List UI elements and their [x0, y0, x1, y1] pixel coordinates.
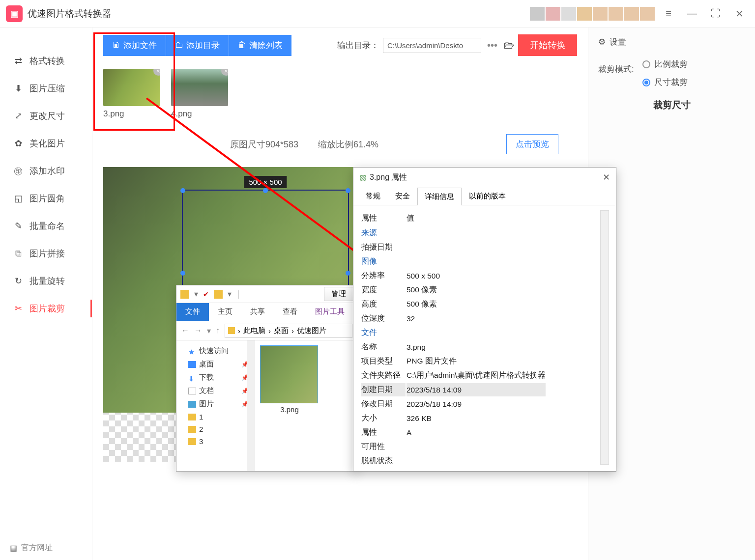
thumbnail-name: 3.png [103, 109, 162, 119]
table-row[interactable]: 属性A [361, 426, 546, 439]
more-button[interactable]: ••• [485, 40, 499, 51]
tab-picture-tools[interactable]: 图片工具 [306, 303, 353, 321]
sidebar-item-beautify[interactable]: ✿美化图片 [0, 130, 92, 157]
sidebar-item-merge[interactable]: ⧉图片拼接 [0, 240, 92, 267]
desktop-icon [188, 361, 196, 368]
table-row[interactable]: 拍摄日期 [361, 241, 546, 254]
folder-icon [188, 426, 196, 433]
dropdown-icon[interactable]: ▾ [228, 289, 232, 299]
table-row[interactable]: 项目类型PNG 图片文件 [361, 355, 546, 368]
table-row[interactable]: 文件夹路径C:\用户\admin\桌面\优速图片格式转换器 [361, 369, 546, 382]
maximize-button[interactable]: ⛶ [706, 4, 726, 24]
official-site-link[interactable]: ▦官方网址 [10, 543, 53, 553]
explorer-file-list[interactable]: 3.png [255, 340, 357, 471]
sidebar-item-rename[interactable]: ✎批量命名 [0, 212, 92, 240]
sidebar: ⇄格式转换 ⬇图片压缩 ⤢更改尺寸 ✿美化图片 ㊞添加水印 ◱图片圆角 ✎批量命… [0, 28, 92, 560]
sidebar-label: 美化图片 [29, 138, 65, 149]
tab-previous-versions[interactable]: 以前的版本 [462, 187, 513, 205]
tree-desktop[interactable]: 桌面📌 [179, 358, 252, 371]
star-icon: ★ [188, 348, 196, 355]
sidebar-item-compress[interactable]: ⬇图片压缩 [0, 75, 92, 102]
add-folder-button[interactable]: 🗀添加目录 [166, 35, 229, 56]
menu-icon[interactable]: ≡ [659, 4, 678, 24]
clear-list-button[interactable]: 🗑清除列表 [229, 35, 291, 56]
tab-details[interactable]: 详细信息 [417, 188, 462, 205]
table-row[interactable]: 大小326 KB [361, 412, 546, 425]
radio-icon [642, 60, 650, 68]
start-convert-button[interactable]: 开始转换 [518, 34, 577, 56]
close-button[interactable]: ✕ [729, 4, 749, 24]
sidebar-item-resize[interactable]: ⤢更改尺寸 [0, 102, 92, 130]
explorer-nav: ← → ▾ ↑ ›此电脑 ›桌面 ›优速图片 [176, 321, 357, 340]
dropdown-icon[interactable]: ▾ [194, 289, 198, 299]
tree-pictures[interactable]: 图片📌 [179, 397, 252, 411]
properties-titlebar[interactable]: ▧ 3.png 属性 ✕ [353, 168, 616, 187]
close-icon[interactable]: ✕ [603, 172, 610, 183]
tab-file[interactable]: 文件 [176, 303, 209, 321]
sidebar-label: 图片拼接 [29, 248, 65, 259]
thumbnail-item[interactable]: × 3.png [103, 69, 162, 119]
table-row[interactable]: 脱机状态 [361, 454, 546, 468]
scrollbar[interactable] [600, 210, 609, 465]
thumbnail-item[interactable]: × 4.png [171, 69, 230, 119]
tree-downloads[interactable]: ⬇下载📌 [179, 371, 252, 384]
table-row[interactable]: 名称3.png [361, 340, 546, 354]
table-row[interactable]: 可用性 [361, 440, 546, 453]
tree-documents[interactable]: 文档📌 [179, 384, 252, 397]
preview-button[interactable]: 点击预览 [506, 134, 558, 154]
blurred-area [530, 7, 655, 21]
tab-security[interactable]: 安全 [388, 187, 417, 205]
sidebar-item-crop[interactable]: ✂图片裁剪 [0, 295, 92, 322]
nav-forward-icon[interactable]: → [194, 326, 202, 335]
crop-handle[interactable] [263, 188, 268, 193]
tree-folder[interactable]: 1 [179, 411, 252, 423]
crop-handle[interactable] [180, 271, 185, 276]
table-row[interactable]: 高度500 像素 [361, 298, 546, 311]
thumbnail-image: × [171, 69, 228, 106]
sidebar-item-rotate[interactable]: ↻批量旋转 [0, 267, 92, 295]
sidebar-label: 图片圆角 [29, 193, 65, 204]
tree-quick-access[interactable]: ★快速访问 [179, 344, 252, 358]
app-title: 优速图片格式转换器 [28, 7, 112, 20]
tree-folder[interactable]: 2 [179, 423, 252, 435]
table-row[interactable]: 创建日期2023/5/18 14:09 [361, 383, 546, 396]
add-file-button[interactable]: 🗎添加文件 [103, 35, 166, 56]
open-folder-icon[interactable]: 🗁 [503, 39, 514, 52]
tab-view[interactable]: 查看 [274, 303, 306, 321]
tab-home[interactable]: 主页 [209, 303, 241, 321]
manage-tab[interactable]: 管理 [324, 287, 353, 301]
radio-ratio-crop[interactable]: 比例裁剪 [642, 58, 688, 70]
tab-general[interactable]: 常规 [358, 187, 388, 205]
sidebar-item-watermark[interactable]: ㊞添加水印 [0, 157, 92, 185]
crop-handle[interactable] [180, 188, 185, 193]
pictures-icon [188, 401, 196, 408]
breadcrumb[interactable]: ›此电脑 ›桌面 ›优速图片 [225, 324, 352, 338]
table-row[interactable]: 位深度32 [361, 312, 546, 325]
beautify-icon: ✿ [13, 138, 24, 149]
nav-up-icon[interactable]: ↑ [216, 326, 220, 335]
table-row[interactable]: 修改日期2023/5/18 14:09 [361, 397, 546, 411]
sidebar-label: 添加水印 [29, 165, 65, 177]
explorer-titlebar[interactable]: ▾ ✔ ▾ │ 管理 [176, 285, 357, 303]
crop-size-heading: 裁剪尺寸 [588, 90, 755, 120]
sidebar-item-rounded[interactable]: ◱图片圆角 [0, 185, 92, 212]
sidebar-label: 批量命名 [29, 220, 65, 232]
tab-share[interactable]: 共享 [241, 303, 274, 321]
minimize-button[interactable]: — [682, 4, 702, 24]
remove-thumb-button[interactable]: × [221, 69, 228, 76]
nav-recent-icon[interactable]: ▾ [207, 326, 211, 336]
table-row[interactable]: 共享设备 [361, 469, 546, 470]
scrollbar[interactable] [247, 340, 255, 471]
remove-thumb-button[interactable]: × [153, 69, 160, 76]
output-path-input[interactable] [383, 38, 481, 53]
sidebar-item-format-convert[interactable]: ⇄格式转换 [0, 47, 92, 75]
folder-icon [188, 438, 196, 445]
tree-folder[interactable]: 3 [179, 435, 252, 448]
crop-handle[interactable] [346, 271, 350, 276]
table-row[interactable]: 分辨率500 x 500 [361, 269, 546, 282]
crop-handle[interactable] [346, 188, 350, 193]
table-row[interactable]: 宽度500 像素 [361, 283, 546, 297]
radio-size-crop[interactable]: 尺寸裁剪 [642, 77, 688, 88]
nav-back-icon[interactable]: ← [181, 326, 189, 335]
file-item[interactable]: 3.png [260, 345, 319, 416]
